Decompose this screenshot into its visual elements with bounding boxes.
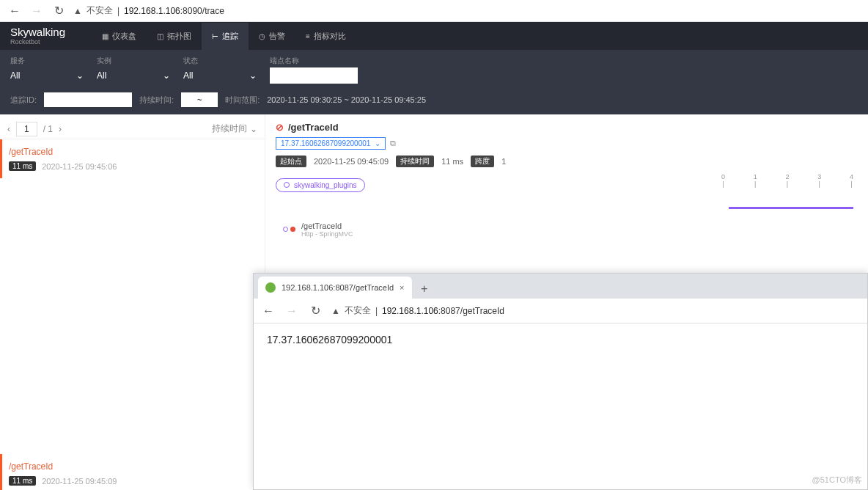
select-value: All (10, 70, 20, 81)
status-select[interactable]: All⌄ (183, 67, 257, 84)
address-divider: | (375, 306, 378, 316)
endpoint-input[interactable] (270, 67, 358, 84)
trace-list-panel: ‹ 1 / 1 › 持续时间⌄ /getTraceId 11 ms 2020-1… (0, 114, 265, 490)
new-tab-button[interactable]: + (415, 279, 434, 299)
select-value: All (183, 70, 193, 81)
browser-toolbar: ← → ↻ ▲ 不安全 | 192.168.1.106:8090/trace (0, 0, 868, 22)
warning-icon: ▲ (73, 6, 82, 16)
overlay-url-host: 192.168.1.106 (382, 306, 438, 316)
duration-meta-value: 11 ms (441, 157, 463, 166)
ruler-tick: 4 (850, 173, 853, 180)
error-icon: ⊘ (276, 122, 284, 133)
filter-label: 端点名称 (270, 56, 358, 66)
nav-label: 指标对比 (314, 31, 346, 42)
span-duration-bar (729, 207, 853, 209)
nav-trace[interactable]: ⊢追踪 (202, 23, 249, 50)
nav-metrics[interactable]: ≡指标对比 (295, 23, 356, 50)
duration-badge: 11 ms (9, 476, 36, 486)
pager-next[interactable]: › (59, 124, 62, 134)
filter-label: 实例 (97, 56, 170, 66)
duration-badge: 11 ms (9, 161, 36, 171)
back-button[interactable]: ← (7, 4, 22, 18)
tag-dot-icon (284, 182, 290, 188)
filter-endpoint: 端点名称 (270, 56, 358, 84)
logo-text: Skywalking (10, 26, 65, 37)
nav-topology[interactable]: ◫拓扑图 (147, 23, 202, 50)
filter-status: 状态 All⌄ (183, 56, 257, 84)
overlay-url-path: :8087/getTraceId (438, 306, 504, 316)
ruler-tick: 3 (817, 173, 821, 180)
overlay-refresh-button[interactable]: ↻ (308, 304, 323, 318)
tag-label: skywalking_plugins (294, 181, 357, 189)
start-label: 起始点 (276, 156, 306, 167)
span-label: 跨度 (471, 156, 494, 167)
ruler-tick: 1 (754, 173, 757, 180)
trace-id-input[interactable] (44, 92, 132, 107)
pager-current[interactable]: 1 (16, 122, 37, 136)
time-ruler: 0| 1| 2| 3| 4| (721, 173, 853, 188)
trace-item-title: /getTraceId (9, 461, 256, 472)
filter-label: 服务 (10, 56, 84, 66)
sort-label: 持续时间 (212, 122, 247, 135)
instance-select[interactable]: All⌄ (97, 67, 170, 84)
trace-list-item[interactable]: /getTraceId 11 ms 2020-11-25 09:45:09 (0, 454, 265, 490)
address-divider: | (117, 6, 119, 16)
service-select[interactable]: All⌄ (10, 67, 84, 84)
pager-prev[interactable]: ‹ (7, 124, 10, 134)
filter-label: 状态 (183, 56, 257, 66)
spring-icon (265, 282, 276, 293)
nav-label: 告警 (269, 31, 285, 42)
warning-icon: ▲ (331, 306, 340, 316)
sort-select[interactable]: 持续时间⌄ (212, 122, 257, 135)
chevron-down-icon: ⌄ (249, 70, 257, 81)
overlay-forward-button[interactable]: → (284, 304, 299, 318)
overlay-body-text: 17.37.16062687099200001 (267, 334, 392, 345)
span-row[interactable]: /getTraceId Http - SpringMVC (283, 222, 858, 238)
duration-input[interactable] (181, 92, 218, 107)
filter-bar: 服务 All⌄ 实例 All⌄ 状态 All⌄ 端点名称 追踪ID: 持续时间:… (0, 50, 868, 114)
time-range-label: 时间范围: (225, 95, 260, 106)
trace-id-select[interactable]: 17.37.16062687099200001⌄ (276, 137, 386, 150)
main-nav: ▦仪表盘 ◫拓扑图 ⊢追踪 ◷告警 ≡指标对比 (92, 23, 356, 50)
overlay-back-button[interactable]: ← (261, 304, 276, 318)
refresh-button[interactable]: ↻ (51, 4, 66, 18)
service-tag[interactable]: skywalking_plugins (276, 178, 365, 192)
nav-dashboard[interactable]: ▦仪表盘 (92, 23, 147, 50)
copy-icon[interactable]: ⧉ (390, 139, 396, 148)
insecure-label: 不安全 (87, 4, 113, 17)
nav-label: 追踪 (222, 31, 238, 42)
logo-subtitle: Rocketbot (10, 39, 65, 45)
nav-label: 仪表盘 (112, 31, 136, 42)
span-error-dot-icon (290, 227, 295, 232)
span-value: 1 (501, 157, 506, 166)
trace-list-item[interactable]: /getTraceId 11 ms 2020-11-25 09:45:06 (0, 139, 265, 178)
overlay-toolbar: ← → ↻ ▲ 不安全 | 192.168.1.106:8087/getTrac… (254, 299, 867, 323)
chevron-down-icon: ⌄ (163, 70, 170, 81)
filter-instance: 实例 All⌄ (97, 56, 170, 84)
chevron-down-icon: ⌄ (375, 139, 380, 147)
trace-id-value: 17.37.16062687099200001 (281, 139, 370, 147)
nav-alarm[interactable]: ◷告警 (249, 23, 295, 50)
dashboard-icon: ▦ (102, 32, 108, 40)
address-bar[interactable]: ▲ 不安全 | 192.168.1.106:8090/trace (73, 4, 224, 17)
close-icon[interactable]: × (400, 283, 404, 292)
trace-icon: ⊢ (212, 32, 218, 40)
ruler-tick: 2 (785, 173, 789, 180)
pager-total: / 1 (43, 124, 53, 134)
ruler-tick: 0 (721, 173, 725, 180)
span-dot-icon (283, 227, 288, 232)
overlay-page-content: 17.37.16062687099200001 (254, 323, 867, 356)
topology-icon: ◫ (157, 32, 163, 40)
detail-title-row: ⊘ /getTraceId (276, 122, 858, 133)
url-host: 192.168.1.106 (124, 6, 180, 16)
trace-item-time: 2020-11-25 09:45:09 (42, 477, 117, 486)
start-value: 2020-11-25 09:45:09 (314, 157, 389, 166)
overlay-tab[interactable]: 192.168.1.106:8087/getTraceId × (258, 277, 412, 299)
detail-title: /getTraceId (288, 122, 339, 133)
duration-meta-label: 持续时间 (396, 156, 434, 167)
overlay-tab-title: 192.168.1.106:8087/getTraceId (282, 283, 394, 292)
select-value: All (97, 70, 106, 81)
overlay-address-bar[interactable]: ▲ 不安全 | 192.168.1.106:8087/getTraceId (331, 304, 504, 317)
chevron-down-icon: ⌄ (76, 70, 84, 81)
forward-button[interactable]: → (29, 4, 44, 18)
